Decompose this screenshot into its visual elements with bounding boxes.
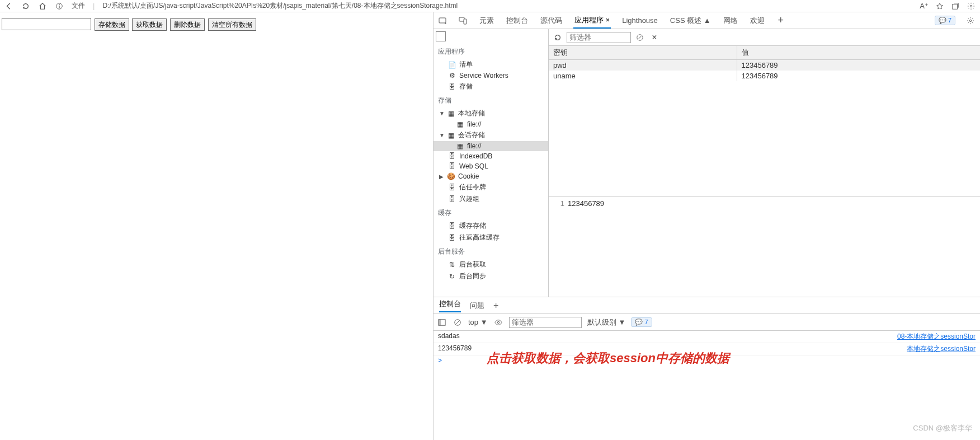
plus-icon[interactable]: + bbox=[493, 301, 498, 311]
bg-fetch-item[interactable]: ⇅后台获取 bbox=[434, 259, 548, 270]
delete-button[interactable]: 删除数据 bbox=[170, 18, 205, 31]
clear-console-icon[interactable] bbox=[453, 317, 463, 327]
sidebar-toggle-icon[interactable] bbox=[437, 317, 447, 327]
svg-point-3 bbox=[970, 5, 972, 7]
bfcache-item[interactable]: 🗄往返高速缓存 bbox=[434, 232, 548, 244]
svg-rect-10 bbox=[439, 319, 441, 325]
address-bar[interactable]: D:/系统默认/桌面/JS/java-script/JavaScript%20A… bbox=[102, 1, 912, 11]
local-storage-file[interactable]: ▦file:// bbox=[434, 119, 548, 129]
url-prefix: 文件 bbox=[72, 1, 85, 11]
db-icon: 🗄 bbox=[448, 184, 456, 191]
chevron-right-icon: ▶ bbox=[439, 174, 444, 180]
devtools: 元素 控制台 源代码 应用程序 × Lighthouse CSS 概述 ▲ 网络… bbox=[434, 12, 980, 440]
tab-application[interactable]: 应用程序 × bbox=[573, 13, 611, 29]
service-workers-item[interactable]: ⚙Service Workers bbox=[434, 71, 548, 81]
db-icon: 🗄 bbox=[448, 83, 456, 91]
home-icon[interactable] bbox=[38, 2, 47, 11]
collections-icon[interactable] bbox=[951, 2, 960, 11]
plus-icon[interactable]: + bbox=[776, 16, 786, 26]
refresh-icon[interactable] bbox=[21, 2, 30, 11]
console-filter-input[interactable] bbox=[509, 317, 582, 328]
console-toolbar: top ▼ 默认级别 ▼ 💬 7 bbox=[434, 314, 980, 331]
trust-tokens-item[interactable]: 🗄信任令牌 bbox=[434, 181, 548, 193]
svg-point-12 bbox=[497, 321, 500, 324]
db-icon: 🗄 bbox=[448, 162, 456, 170]
svg-rect-6 bbox=[464, 19, 467, 24]
group-storage: 存储 bbox=[434, 92, 548, 107]
back-icon[interactable] bbox=[4, 2, 13, 11]
eye-icon[interactable] bbox=[493, 317, 503, 327]
file-icon: 📄 bbox=[448, 61, 456, 69]
info-icon[interactable] bbox=[55, 2, 64, 11]
storage-filter-input[interactable] bbox=[567, 32, 631, 43]
gear-icon[interactable] bbox=[965, 16, 976, 26]
page-viewport: 存储数据 获取数据 删除数据 清空所有数据 bbox=[0, 12, 434, 440]
clear-icon[interactable] bbox=[634, 32, 646, 43]
local-storage-item[interactable]: ▼▦本地存储 bbox=[434, 107, 548, 119]
chevron-down-icon: ▼ bbox=[439, 132, 444, 138]
storage-table[interactable]: 密钥 值 pwd123456789 uname123456789 bbox=[549, 46, 980, 197]
device-icon[interactable] bbox=[458, 16, 468, 26]
db-icon: 🗄 bbox=[448, 234, 456, 242]
devtools-drawer: 控制台 问题 + top ▼ 默认级别 ▼ 💬 7 sdadas08-本地存储之… bbox=[434, 297, 980, 440]
storage-panel: × 密钥 值 pwd123456789 uname123456789 bbox=[549, 29, 980, 297]
inspect-icon[interactable] bbox=[438, 16, 448, 26]
console-row[interactable]: sdadas08-本地存储之sessionStor bbox=[434, 331, 980, 343]
read-aloud-icon[interactable]: A⁺ bbox=[920, 2, 929, 11]
bg-sync-item[interactable]: ↻后台同步 bbox=[434, 270, 548, 282]
watermark: CSDN @极客李华 bbox=[913, 423, 972, 433]
websql-item[interactable]: 🗄Web SQL bbox=[434, 161, 548, 171]
log-level-selector[interactable]: 默认级别 ▼ bbox=[587, 317, 626, 327]
drawer-tab-issues[interactable]: 问题 bbox=[470, 301, 484, 311]
svg-point-1 bbox=[59, 4, 60, 5]
indexeddb-item[interactable]: 🗄IndexedDB bbox=[434, 151, 548, 161]
source-link[interactable]: 08-本地存储之sessionStor bbox=[897, 332, 976, 341]
tab-welcome[interactable]: 欢迎 bbox=[749, 13, 766, 28]
storage-detail: 1123456789 bbox=[549, 197, 980, 297]
cache-storage-item[interactable]: 🗄缓存存储 bbox=[434, 220, 548, 232]
issues-badge[interactable]: 💬 7 bbox=[935, 16, 955, 25]
table-row[interactable]: uname123456789 bbox=[549, 71, 980, 81]
group-application: 应用程序 bbox=[434, 44, 548, 59]
drawer-tab-console[interactable]: 控制台 bbox=[439, 299, 461, 312]
console-row[interactable]: 123456789本地存储之sessionStor bbox=[434, 343, 980, 355]
table-row[interactable]: pwd123456789 bbox=[549, 60, 980, 71]
console-prompt[interactable]: > bbox=[434, 355, 980, 366]
settings-icon[interactable] bbox=[967, 2, 976, 11]
console-output[interactable]: sdadas08-本地存储之sessionStor 123456789本地存储之… bbox=[434, 331, 980, 440]
manifest-item[interactable]: 📄清单 bbox=[434, 59, 548, 71]
close-icon[interactable]: × bbox=[649, 32, 660, 43]
page-text-input[interactable] bbox=[2, 18, 91, 30]
browser-toolbar: 文件 | D:/系统默认/桌面/JS/java-script/JavaScrip… bbox=[0, 0, 980, 12]
interest-groups-item[interactable]: 🗄兴趣组 bbox=[434, 193, 548, 205]
cookie-icon: 🍪 bbox=[447, 172, 455, 180]
grid-icon: ▦ bbox=[447, 132, 455, 139]
session-storage-file[interactable]: ▦file:// bbox=[434, 141, 548, 151]
console-issue-badge[interactable]: 💬 7 bbox=[631, 317, 652, 327]
tab-console[interactable]: 控制台 bbox=[505, 13, 529, 28]
tab-cssoverview[interactable]: CSS 概述 ▲ bbox=[669, 13, 712, 28]
get-button[interactable]: 获取数据 bbox=[132, 18, 167, 31]
source-link[interactable]: 本地存储之sessionStor bbox=[907, 344, 976, 354]
gear-icon: ⚙ bbox=[448, 72, 456, 79]
cookie-item[interactable]: ▶🍪Cookie bbox=[434, 171, 548, 181]
grid-icon: ▦ bbox=[456, 120, 464, 128]
session-storage-item[interactable]: ▼▦会话存储 bbox=[434, 129, 548, 141]
grid-icon: ▦ bbox=[456, 142, 464, 150]
col-value[interactable]: 值 bbox=[737, 46, 980, 60]
store-button[interactable]: 存储数据 bbox=[95, 18, 129, 31]
col-key[interactable]: 密钥 bbox=[549, 46, 737, 60]
swap-icon: ⇅ bbox=[448, 261, 456, 269]
chevron-down-icon: ▼ bbox=[439, 110, 444, 116]
db-icon: 🗄 bbox=[448, 195, 456, 203]
clear-button[interactable]: 清空所有数据 bbox=[208, 18, 256, 31]
sidebar-toggle-icon[interactable] bbox=[436, 31, 446, 41]
refresh-icon[interactable] bbox=[552, 32, 563, 43]
tab-network[interactable]: 网络 bbox=[722, 13, 739, 28]
tab-lighthouse[interactable]: Lighthouse bbox=[621, 14, 659, 27]
favorite-icon[interactable] bbox=[935, 2, 944, 11]
context-selector[interactable]: top ▼ bbox=[468, 318, 488, 326]
tab-sources[interactable]: 源代码 bbox=[539, 13, 563, 28]
tab-elements[interactable]: 元素 bbox=[478, 13, 495, 28]
storage-overview-item[interactable]: 🗄存储 bbox=[434, 81, 548, 92]
